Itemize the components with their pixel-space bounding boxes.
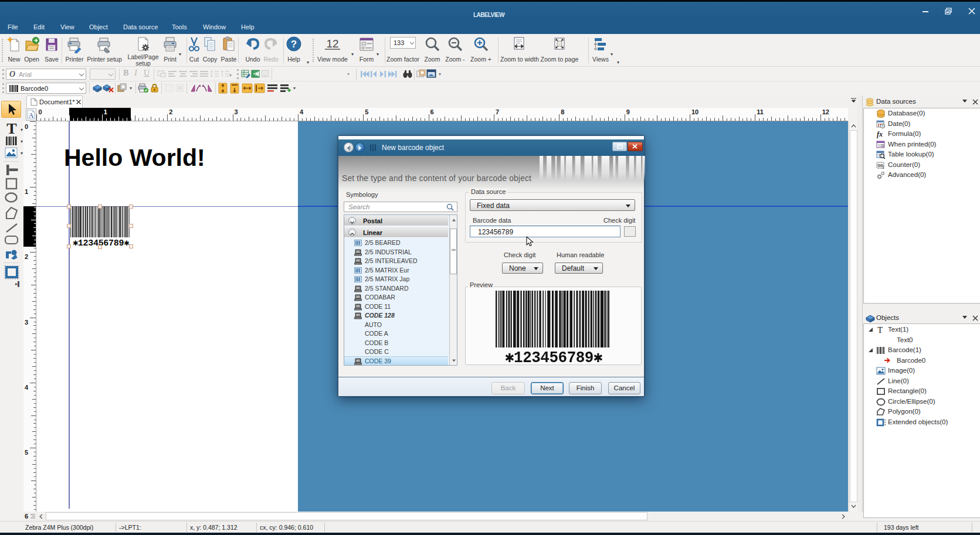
svg-text:12: 12 [326,38,338,50]
svg-text:2: 2 [25,253,28,260]
svg-text:5: 5 [25,449,28,456]
svg-text:fx: fx [877,130,883,138]
svg-text:1: 1 [25,188,28,195]
svg-text:3: 3 [25,319,28,326]
svg-text:0: 0 [25,123,28,130]
svg-text:A: A [29,111,34,120]
svg-text:4: 4 [25,384,29,391]
svg-text:5: 5 [365,108,368,115]
svg-text:1: 1 [104,108,107,115]
svg-text:4: 4 [300,108,304,115]
svg-text:2: 2 [169,108,172,115]
svg-text:T: T [877,325,883,335]
svg-text:?: ? [291,39,297,50]
svg-text:10: 10 [691,108,698,115]
svg-text:1: 1 [882,165,884,169]
svg-text:11: 11 [757,108,764,115]
svg-text:0: 0 [39,108,42,115]
svg-text:12: 12 [822,108,829,115]
svg-text:3: 3 [235,108,238,115]
svg-text:8: 8 [561,108,564,115]
svg-text:6: 6 [430,108,434,115]
svg-text:9: 9 [626,108,630,115]
svg-text:7: 7 [496,108,499,115]
